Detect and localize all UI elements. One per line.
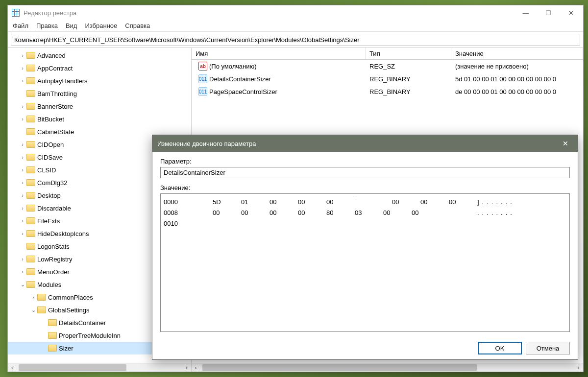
tree-label: AutoplayHandlers — [37, 77, 88, 85]
value-name: (По умолчанию) — [209, 63, 257, 70]
folder-icon — [26, 256, 35, 262]
minimize-button[interactable]: — — [514, 5, 537, 20]
tree-label: Modules — [37, 281, 61, 288]
tree-node[interactable]: ›Advanced — [8, 49, 191, 62]
value-row[interactable]: 011DetailsContainerSizerREG_BINARY5d 01 … — [192, 72, 583, 85]
folder-icon — [26, 192, 35, 199]
chevron-right-icon[interactable]: › — [19, 192, 26, 198]
reg-binary-icon: 011 — [198, 74, 207, 83]
param-label: Параметр: — [160, 158, 570, 165]
scroll-left-icon[interactable]: ‹ — [8, 363, 17, 372]
tree-hscroll[interactable]: ‹ › — [8, 363, 192, 372]
folder-icon — [26, 128, 35, 135]
chevron-right-icon[interactable]: › — [19, 167, 26, 173]
value-type: REG_SZ — [366, 62, 451, 71]
dialog-titlebar: Изменение двоичного параметра ✕ — [152, 135, 578, 152]
chevron-right-icon[interactable]: › — [19, 103, 26, 109]
tree-label: FileExts — [37, 217, 60, 225]
address-bar[interactable]: Компьютер\HKEY_CURRENT_USER\Software\Mic… — [11, 34, 580, 46]
folder-icon — [26, 268, 35, 275]
folder-icon — [48, 345, 57, 352]
window-title: Редактор реестра — [24, 9, 514, 17]
tree-label: LogonStats — [37, 243, 70, 250]
chevron-right-icon[interactable]: › — [19, 154, 26, 160]
folder-icon — [26, 154, 35, 161]
folder-icon — [26, 141, 35, 148]
folder-icon — [37, 294, 46, 301]
tree-label: BannerStore — [37, 103, 73, 110]
tree-label: CIDOpen — [37, 141, 64, 148]
tree-node[interactable]: ›AutoplayHandlers — [8, 74, 191, 87]
menu-file[interactable]: Файл — [13, 22, 28, 29]
chevron-right-icon[interactable]: › — [19, 52, 26, 58]
hex-editor[interactable]: 00005D01000000000000].......000800000000… — [160, 193, 570, 332]
folder-icon — [26, 179, 35, 186]
folder-icon — [26, 230, 35, 237]
folder-icon — [26, 116, 35, 122]
binary-edit-dialog: Изменение двоичного параметра ✕ Параметр… — [152, 135, 578, 360]
tree-node[interactable]: ›AppContract — [8, 62, 191, 74]
dialog-close-icon[interactable]: ✕ — [558, 140, 573, 147]
tree-label: Sizer — [59, 345, 74, 352]
folder-icon — [26, 243, 35, 250]
param-input[interactable] — [160, 167, 570, 178]
chevron-right-icon[interactable]: › — [19, 180, 26, 186]
maximize-button[interactable]: ☐ — [537, 5, 560, 20]
chevron-right-icon[interactable]: › — [19, 269, 26, 275]
address-path: Компьютер\HKEY_CURRENT_USER\Software\Mic… — [14, 36, 360, 44]
tree-node[interactable]: BamThrottling — [8, 87, 191, 100]
chevron-right-icon[interactable]: › — [19, 78, 26, 84]
tree-label: BamThrottling — [37, 90, 77, 97]
tree-label: Discardable — [37, 205, 71, 212]
chevron-right-icon[interactable]: › — [19, 141, 26, 147]
close-button[interactable]: ✕ — [560, 5, 582, 20]
scroll-right-icon[interactable]: › — [182, 363, 191, 372]
chevron-right-icon[interactable]: › — [29, 294, 37, 300]
value-data: de 00 00 00 01 00 00 00 00 00 00 0 — [451, 87, 583, 96]
tree-label: BitBucket — [37, 116, 64, 123]
tree-label: AppContract — [37, 65, 73, 72]
col-name[interactable]: Имя — [192, 48, 366, 59]
tree-label: CommonPlaces — [48, 294, 93, 301]
tree-label: Desktop — [37, 192, 61, 199]
col-type[interactable]: Тип — [366, 48, 451, 59]
titlebar: Редактор реестра — ☐ ✕ — [8, 5, 583, 20]
tree-node[interactable]: ›BannerStore — [8, 100, 191, 113]
chevron-right-icon[interactable]: › — [19, 218, 26, 224]
chevron-right-icon[interactable]: › — [19, 231, 26, 236]
folder-icon — [26, 65, 35, 71]
folder-icon — [26, 90, 35, 97]
menu-favorites[interactable]: Избранное — [85, 22, 117, 29]
scroll-left-icon[interactable]: ‹ — [192, 363, 200, 372]
value-row[interactable]: 011PageSpaceControlSizerREG_BINARYde 00 … — [192, 85, 583, 98]
tree-label: Advanced — [37, 52, 66, 59]
chevron-right-icon[interactable]: › — [19, 65, 26, 71]
app-icon — [12, 9, 20, 17]
list-hscroll[interactable]: ‹ › — [192, 363, 583, 372]
tree-label: DetailsContainer — [59, 319, 106, 327]
menubar: Файл Правка Вид Избранное Справка — [8, 20, 583, 32]
chevron-down-icon[interactable]: ⌄ — [19, 282, 26, 288]
tree-label: MenuOrder — [37, 268, 70, 276]
tree-label: ProperTreeModuleInn — [59, 332, 121, 339]
tree-label: CIDSave — [37, 154, 63, 161]
tree-label: HideDesktopIcons — [37, 230, 89, 237]
col-value[interactable]: Значение — [451, 48, 583, 59]
scroll-right-icon[interactable]: › — [574, 363, 583, 372]
tree-label: GlobalSettings — [48, 306, 90, 314]
chevron-right-icon[interactable]: › — [19, 205, 26, 211]
value-type: REG_BINARY — [366, 87, 451, 96]
menu-edit[interactable]: Правка — [36, 22, 58, 29]
menu-view[interactable]: Вид — [66, 22, 77, 29]
folder-icon — [26, 205, 35, 212]
tree-node[interactable]: ›BitBucket — [8, 113, 191, 125]
chevron-down-icon[interactable]: ⌄ — [29, 307, 37, 313]
cancel-button[interactable]: Отмена — [526, 342, 570, 354]
folder-icon — [26, 77, 35, 84]
ok-button[interactable]: OK — [478, 342, 522, 354]
chevron-right-icon[interactable]: › — [19, 116, 26, 122]
value-row[interactable]: ab(По умолчанию)REG_SZ(значение не присв… — [192, 60, 583, 72]
value-name: PageSpaceControlSizer — [209, 88, 277, 95]
menu-help[interactable]: Справка — [125, 22, 150, 29]
chevron-right-icon[interactable]: › — [19, 256, 26, 262]
